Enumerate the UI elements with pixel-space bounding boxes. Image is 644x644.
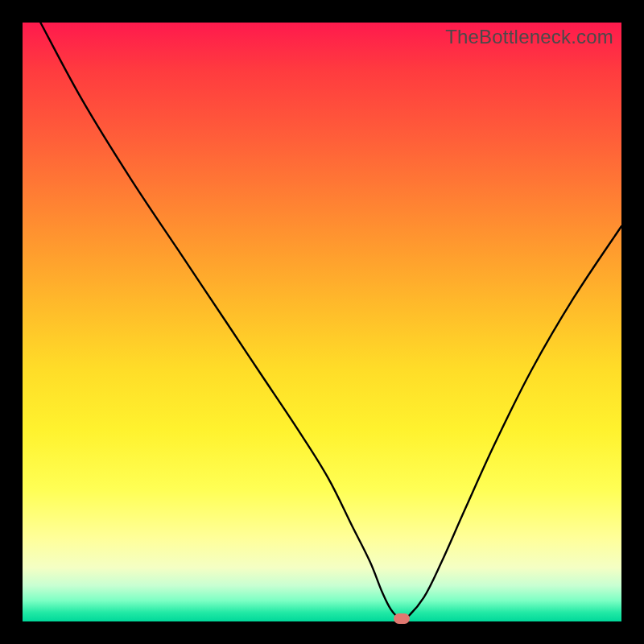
bottleneck-curve: [23, 23, 621, 621]
chart-frame: TheBottleneck.com: [0, 0, 644, 644]
optimal-point-marker: [394, 613, 411, 624]
watermark-text: TheBottleneck.com: [445, 26, 613, 48]
plot-area: TheBottleneck.com: [23, 23, 621, 621]
